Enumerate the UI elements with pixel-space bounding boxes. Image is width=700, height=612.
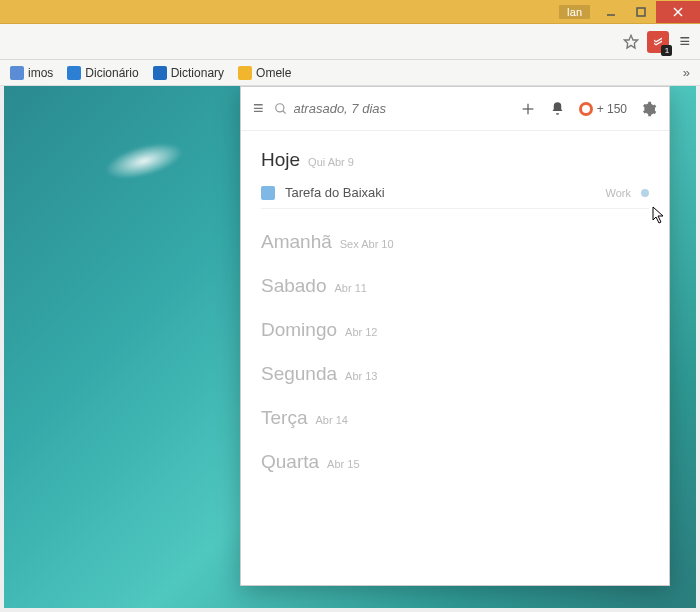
bookmarks-bar: imos Dicionário Dictionary Omele » — [0, 60, 700, 86]
karma-points: + 150 — [597, 102, 627, 116]
maximize-button[interactable] — [626, 1, 656, 23]
day-date: Abr 11 — [335, 282, 367, 294]
task-row[interactable]: Tarefa do Baixaki Work — [261, 177, 649, 209]
todoist-extension-icon[interactable] — [647, 31, 669, 53]
bookmark-favicon — [153, 66, 167, 80]
day-section: Domingo Abr 12 — [261, 319, 649, 341]
settings-icon[interactable] — [641, 101, 657, 117]
day-name: Domingo — [261, 319, 337, 341]
day-section: Terça Abr 14 — [261, 407, 649, 429]
day-date: Sex Abr 10 — [340, 238, 394, 250]
popup-header: ≡ + 150 — [241, 87, 669, 131]
day-name: Quarta — [261, 451, 319, 473]
minimize-button[interactable] — [596, 1, 626, 23]
karma-ring-icon — [579, 102, 593, 116]
bookmark-favicon — [10, 66, 24, 80]
wallpaper-detail — [101, 136, 186, 186]
bookmark-item[interactable]: Dictionary — [153, 66, 224, 80]
mouse-cursor — [652, 206, 666, 224]
task-project-dot — [641, 189, 649, 197]
bookmark-favicon — [238, 66, 252, 80]
browser-menu-icon[interactable]: ≡ — [675, 31, 694, 52]
add-task-icon[interactable] — [520, 101, 536, 117]
day-date: Abr 13 — [345, 370, 377, 382]
day-name: Amanhã — [261, 231, 332, 253]
day-date: Abr 12 — [345, 326, 377, 338]
svg-rect-1 — [637, 8, 645, 16]
task-checkbox[interactable] — [261, 186, 275, 200]
day-section-today: Hoje Qui Abr 9 Tarefa do Baixaki Work — [261, 149, 649, 209]
star-icon[interactable] — [621, 32, 641, 52]
bookmark-label: Omele — [256, 66, 291, 80]
day-name: Sabado — [261, 275, 327, 297]
day-name: Terça — [261, 407, 307, 429]
bookmark-favicon — [67, 66, 81, 80]
browser-toolbar: ≡ — [0, 24, 700, 60]
search-icon — [274, 102, 288, 116]
svg-line-6 — [282, 110, 285, 113]
bookmark-label: Dictionary — [171, 66, 224, 80]
close-button[interactable] — [656, 1, 700, 23]
user-tag: Ian — [559, 5, 590, 19]
todoist-popup: ≡ + 150 — [240, 86, 670, 586]
day-section: Amanhã Sex Abr 10 — [261, 231, 649, 253]
window-titlebar: Ian — [0, 0, 700, 24]
notifications-icon[interactable] — [550, 101, 565, 116]
page-content: ≡ + 150 — [4, 86, 696, 608]
day-date: Abr 14 — [315, 414, 347, 426]
bookmark-label: imos — [28, 66, 53, 80]
karma-score[interactable]: + 150 — [579, 102, 627, 116]
search-input[interactable] — [294, 101, 510, 116]
day-section: Sabado Abr 11 — [261, 275, 649, 297]
popup-body: Hoje Qui Abr 9 Tarefa do Baixaki Work Am… — [241, 131, 669, 585]
day-section: Quarta Abr 15 — [261, 451, 649, 473]
svg-marker-4 — [625, 35, 638, 48]
bookmark-label: Dicionário — [85, 66, 138, 80]
bookmark-item[interactable]: Dicionário — [67, 66, 138, 80]
day-section: Segunda Abr 13 — [261, 363, 649, 385]
day-name: Segunda — [261, 363, 337, 385]
bookmarks-overflow-icon[interactable]: » — [683, 65, 690, 80]
task-title: Tarefa do Baixaki — [285, 185, 596, 200]
bookmark-item[interactable]: Omele — [238, 66, 291, 80]
task-project-label[interactable]: Work — [606, 187, 631, 199]
bookmark-item[interactable]: imos — [10, 66, 53, 80]
menu-icon[interactable]: ≡ — [253, 98, 264, 119]
svg-point-5 — [275, 103, 283, 111]
day-date: Qui Abr 9 — [308, 156, 354, 168]
day-date: Abr 15 — [327, 458, 359, 470]
day-name: Hoje — [261, 149, 300, 171]
search-field[interactable] — [274, 101, 510, 116]
